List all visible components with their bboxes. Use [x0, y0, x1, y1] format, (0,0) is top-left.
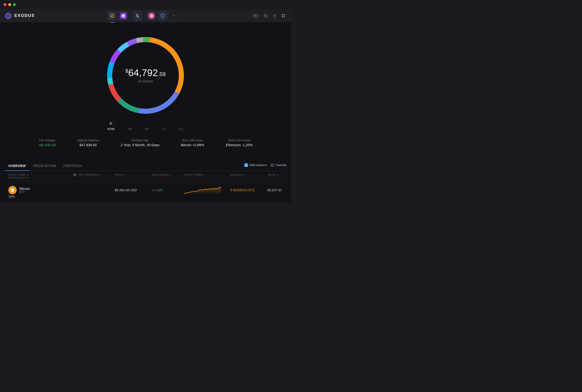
svg-rect-13	[284, 16, 285, 17]
top-navigation: EXODUS	[0, 9, 291, 22]
stat-24h-change: 24h Change +$2,930.03	[38, 138, 56, 147]
sort-icon-value: ⇅	[277, 174, 279, 176]
nav-exchange[interactable]	[132, 11, 142, 21]
tab-overview[interactable]: OVERVIEW	[5, 162, 30, 171]
portfolio-section: $64,792.59 10 Assets NOW 1M 6M 1Y ALL 24…	[0, 32, 291, 158]
th-24h-change[interactable]: 24H CHANGE ⇅	[152, 173, 184, 176]
portfolio-total-value: $64,792.59	[126, 68, 166, 78]
th-apy-rewards[interactable]: ? APY REWARDS ⇅	[73, 173, 115, 176]
nav-center: + +	[35, 11, 251, 21]
nav-divider-1	[130, 12, 130, 19]
nav-divider-2	[144, 12, 144, 19]
nav-wallet[interactable]	[118, 11, 128, 21]
with-balance-checkbox[interactable]	[244, 163, 248, 167]
timeline-6m[interactable]: 6M	[143, 126, 150, 132]
stats-row: 24h Change +$2,930.03 Highest Balance $4…	[18, 138, 273, 154]
settings-icon	[272, 14, 277, 18]
table-tabs-row: OVERVIEW PRICE ACTION PORTFOLIO With bal…	[5, 158, 286, 171]
svg-rect-11	[284, 14, 285, 15]
th-asset-name[interactable]: ASSET NAME ⇅	[8, 173, 73, 176]
help-icon: ?	[73, 173, 76, 176]
grid-icon	[281, 14, 286, 18]
filter-favorite[interactable]: Favorite	[270, 163, 286, 167]
table-header: ASSET NAME ⇅ ? APY REWARDS ⇅ PRICE ⇅ 24H…	[5, 171, 286, 182]
exodus-logo-icon	[5, 12, 12, 20]
timeline-1m[interactable]: 1M	[126, 126, 134, 132]
th-portfolio-pct[interactable]: PORTFOLIO % ⇅	[8, 176, 73, 179]
settings-button[interactable]	[272, 13, 278, 19]
with-balance-label: With balance	[249, 163, 267, 167]
timeline: NOW 1M 6M 1Y ALL	[106, 126, 186, 132]
filter-with-balance[interactable]: With balance	[244, 163, 267, 167]
wallet-icon	[120, 13, 126, 19]
bitcoin-sparkline	[184, 186, 230, 195]
tab-portfolio[interactable]: PORTFOLIO	[60, 162, 86, 171]
table-row[interactable]: Bitcoin BTC $9,364.48 USD +7.14%	[5, 182, 286, 202]
maximize-button[interactable]	[13, 3, 16, 6]
donut-chart: $64,792.59 10 Assets	[102, 32, 190, 119]
sort-icon-asset: ⇅	[27, 174, 29, 176]
stat-best-asset: Best 24H Asset Bitcoin +2.89%	[181, 138, 204, 147]
titlebar	[0, 0, 291, 9]
history-icon	[264, 14, 268, 18]
shield-icon: +	[160, 13, 166, 19]
grid-button[interactable]	[280, 13, 286, 19]
nav-add[interactable]: +	[169, 11, 179, 21]
asset-cell-bitcoin: Bitcoin BTC	[8, 186, 73, 194]
app-title: EXODUS	[14, 13, 35, 18]
svg-marker-1	[7, 14, 10, 18]
sort-icon-price: ⇅	[124, 174, 126, 176]
close-button[interactable]	[4, 3, 6, 6]
stat-highest-balance: Highest Balance $47,839.82	[77, 138, 99, 147]
bitcoin-value: $5,637.91	[268, 188, 291, 192]
sort-icon-change: ⇅	[170, 174, 172, 176]
svg-rect-12	[282, 16, 283, 17]
asset-info-bitcoin: Bitcoin BTC	[20, 187, 30, 194]
th-balance[interactable]: BALANCE ⇅	[230, 173, 268, 176]
sort-icon-balance: ⇅	[244, 174, 246, 176]
donut-center: $64,792.59 10 Assets	[126, 68, 166, 83]
bitcoin-portfolio-pct: 33%	[8, 195, 73, 198]
lock-toggle[interactable]	[251, 13, 260, 18]
timeline-now[interactable]: NOW	[106, 126, 116, 132]
add-icon: +	[172, 13, 175, 18]
svg-rect-7	[255, 16, 256, 17]
table-filters: With balance Favorite	[244, 163, 286, 170]
checkmark-icon	[245, 164, 247, 166]
th-30day-trend: 30 DAY TREND	[184, 173, 230, 176]
stat-portfolio-age: Portfolio Age 2 Year, 3 Month, 30 Days	[121, 138, 160, 147]
history-button[interactable]	[263, 13, 269, 19]
logo-area: EXODUS	[5, 12, 35, 20]
timeline-all[interactable]: ALL	[176, 126, 186, 132]
tabs-row: OVERVIEW PRICE ACTION PORTFOLIO	[5, 162, 86, 171]
nft-icon	[148, 13, 154, 19]
timeline-1y[interactable]: 1Y	[160, 126, 167, 132]
timeline-dot	[110, 122, 112, 124]
main-content: $64,792.59 10 Assets NOW 1M 6M 1Y ALL 24…	[0, 22, 291, 202]
sparkline-svg	[184, 186, 221, 195]
sort-icon-portfolio: ⇅	[28, 177, 30, 179]
th-price[interactable]: PRICE ⇅	[115, 173, 152, 176]
exchange-icon	[135, 13, 140, 18]
bitcoin-change: +7.14%	[152, 188, 184, 192]
bitcoin-icon	[8, 186, 17, 194]
svg-text:+: +	[162, 14, 163, 17]
svg-point-9	[274, 15, 275, 16]
th-value[interactable]: VALUE ⇅	[268, 173, 291, 176]
nav-right-controls	[251, 13, 286, 19]
bitcoin-price: $9,364.48 USD	[115, 188, 152, 192]
nav-nft[interactable]	[146, 11, 156, 21]
stat-worst-asset: Worst 24H Asset Ethereum -1,25%	[226, 138, 253, 147]
svg-rect-4	[122, 15, 125, 17]
lock-icon	[254, 14, 257, 17]
nav-portfolio[interactable]	[107, 11, 117, 21]
portfolio-icon	[110, 13, 115, 18]
favorite-checkbox[interactable]	[270, 163, 274, 167]
tab-price-action[interactable]: PRICE ACTION	[30, 162, 60, 171]
favorite-label: Favorite	[276, 163, 286, 167]
portfolio-assets-count: 10 Assets	[126, 79, 166, 83]
nav-earn[interactable]: +	[158, 11, 168, 21]
bitcoin-balance: 0.60205315 BTC	[230, 188, 268, 192]
minimize-button[interactable]	[8, 3, 11, 6]
sort-icon-apy: ⇅	[99, 174, 101, 176]
